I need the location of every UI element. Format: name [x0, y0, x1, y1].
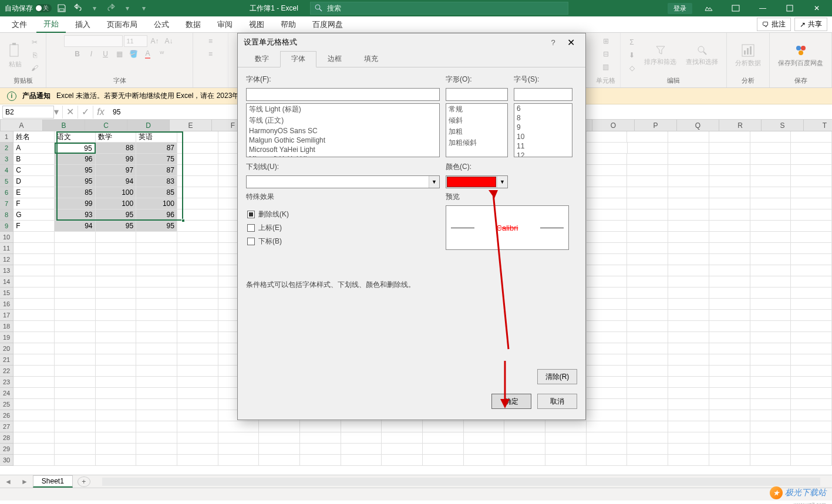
copy-icon[interactable]: ⎘: [28, 49, 41, 61]
cell[interactable]: [96, 321, 137, 332]
cell[interactable]: [668, 444, 709, 455]
cell[interactable]: G: [14, 209, 55, 221]
analyze-button[interactable]: 分析数据: [732, 41, 764, 70]
cell[interactable]: [668, 455, 709, 466]
cell[interactable]: [14, 265, 55, 276]
cell[interactable]: [587, 276, 628, 287]
row-header[interactable]: 15: [0, 287, 14, 299]
cell[interactable]: [177, 432, 218, 444]
cell[interactable]: [587, 187, 628, 198]
cell[interactable]: 100: [136, 198, 177, 209]
add-sheet-icon[interactable]: +: [78, 476, 90, 487]
cell[interactable]: [709, 143, 750, 154]
row-header[interactable]: 21: [0, 354, 14, 366]
cell[interactable]: [177, 176, 218, 187]
cell[interactable]: 99: [55, 198, 96, 209]
cell[interactable]: [55, 276, 96, 287]
cell[interactable]: [177, 366, 218, 377]
cell[interactable]: [627, 354, 668, 366]
style-input[interactable]: [446, 88, 508, 101]
color-select[interactable]: ▼: [446, 175, 508, 188]
cell[interactable]: 95: [55, 165, 96, 176]
cell[interactable]: [136, 388, 177, 399]
cell[interactable]: [136, 299, 177, 310]
row-header[interactable]: 28: [0, 432, 14, 444]
increase-font-icon[interactable]: A↑: [149, 35, 161, 47]
cell[interactable]: [14, 243, 55, 254]
cell[interactable]: [750, 310, 791, 321]
cell[interactable]: [709, 421, 750, 432]
cell[interactable]: [750, 243, 791, 254]
cell[interactable]: [587, 388, 628, 399]
tab-insert[interactable]: 插入: [68, 17, 97, 32]
cell[interactable]: [668, 410, 709, 421]
cell[interactable]: [750, 276, 791, 287]
cell[interactable]: [423, 432, 464, 444]
cell[interactable]: [627, 276, 668, 287]
cell[interactable]: [750, 165, 791, 176]
cell[interactable]: [382, 421, 423, 432]
cell[interactable]: [627, 243, 668, 254]
cell[interactable]: [587, 221, 628, 232]
cell[interactable]: [177, 421, 218, 432]
cell[interactable]: [587, 377, 628, 388]
cell[interactable]: [587, 165, 628, 176]
cell[interactable]: 87: [136, 143, 177, 154]
cell[interactable]: [791, 421, 832, 432]
cell[interactable]: [587, 321, 628, 332]
cell[interactable]: [55, 432, 96, 444]
cell[interactable]: [709, 377, 750, 388]
cell[interactable]: [791, 198, 832, 209]
cell[interactable]: [668, 354, 709, 366]
cell[interactable]: [14, 310, 55, 321]
cell[interactable]: [136, 410, 177, 421]
cell[interactable]: 95: [136, 221, 177, 232]
cell[interactable]: [627, 165, 668, 176]
row-header[interactable]: 9: [0, 221, 14, 232]
cell[interactable]: [627, 366, 668, 377]
cell[interactable]: [136, 254, 177, 265]
cell[interactable]: [668, 276, 709, 287]
cell[interactable]: [55, 310, 96, 321]
cell[interactable]: [14, 444, 55, 455]
cell[interactable]: [218, 432, 260, 444]
cell[interactable]: [96, 254, 137, 265]
cell[interactable]: [791, 276, 832, 287]
cell[interactable]: [382, 432, 423, 444]
cell[interactable]: [627, 399, 668, 410]
cell[interactable]: [709, 321, 750, 332]
font-list[interactable]: 等线 Light (标题)等线 (正文)HarmonyOS Sans SCMal…: [246, 103, 440, 157]
cell[interactable]: [177, 410, 218, 421]
cell[interactable]: [627, 154, 668, 165]
cell[interactable]: [709, 176, 750, 187]
cell[interactable]: [136, 232, 177, 243]
font-input[interactable]: [246, 88, 440, 101]
cell[interactable]: 100: [96, 198, 137, 209]
cell[interactable]: [791, 165, 832, 176]
cell[interactable]: [627, 287, 668, 299]
cell[interactable]: [55, 343, 96, 354]
cell[interactable]: [55, 254, 96, 265]
cell[interactable]: [136, 287, 177, 299]
cell[interactable]: [791, 243, 832, 254]
selection-handle[interactable]: [181, 219, 185, 222]
cell[interactable]: [177, 332, 218, 343]
size-list[interactable]: 689101112: [514, 103, 572, 157]
cell[interactable]: [750, 254, 791, 265]
cell[interactable]: [55, 332, 96, 343]
cell[interactable]: [96, 432, 137, 444]
cell[interactable]: [96, 444, 137, 455]
enter-formula-icon[interactable]: ✓: [78, 106, 93, 119]
cell[interactable]: [791, 221, 832, 232]
cell[interactable]: [709, 444, 750, 455]
cell[interactable]: 99: [96, 154, 137, 165]
cell[interactable]: [177, 243, 218, 254]
cell[interactable]: [709, 399, 750, 410]
cell[interactable]: E: [14, 187, 55, 198]
cell[interactable]: [791, 432, 832, 444]
cell[interactable]: [587, 366, 628, 377]
tab-home[interactable]: 开始: [36, 16, 66, 33]
cell[interactable]: [627, 265, 668, 276]
font-select[interactable]: [64, 35, 123, 47]
cell[interactable]: [668, 265, 709, 276]
